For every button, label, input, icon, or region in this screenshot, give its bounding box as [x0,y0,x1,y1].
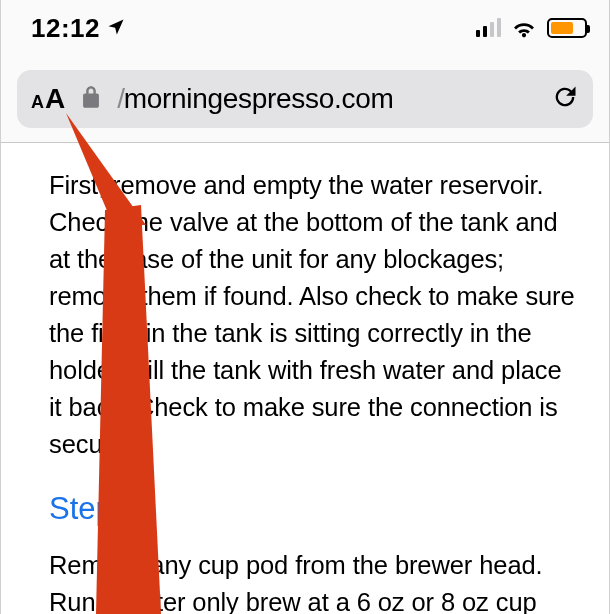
reload-icon[interactable] [551,83,579,115]
step-heading: Step 1 [49,491,575,527]
url-domain: morningespresso.com [124,83,394,114]
paragraph-1: First, remove and empty the water reserv… [49,167,575,463]
location-arrow-icon [106,13,126,44]
status-right [476,18,588,38]
page-content[interactable]: First, remove and empty the water reserv… [1,143,609,614]
url-text[interactable]: /morningespresso.com [117,83,535,115]
aa-small: A [31,92,44,113]
text-size-button[interactable]: A A [31,83,65,115]
wifi-icon [511,18,537,38]
cellular-signal-icon [476,19,502,37]
status-time: 12:12 [31,13,100,44]
status-left: 12:12 [31,13,126,44]
lock-icon [81,85,101,113]
url-bar[interactable]: A A /morningespresso.com [17,70,593,128]
url-bar-container: A A /morningespresso.com [1,56,609,142]
aa-big: A [45,83,65,115]
status-bar: 12:12 [1,0,609,56]
paragraph-2: Remove any cup pod from the brewer head.… [49,547,575,614]
battery-icon [547,18,587,38]
